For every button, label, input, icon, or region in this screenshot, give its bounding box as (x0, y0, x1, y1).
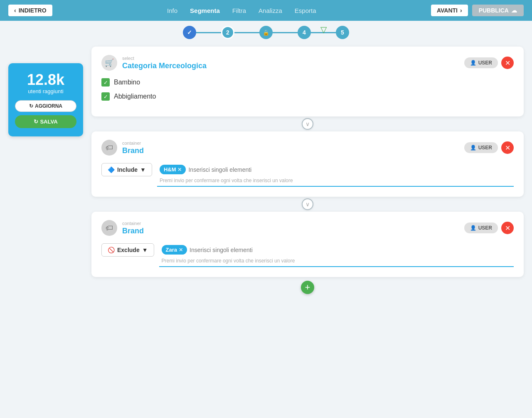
lock-icon: 🔒 (263, 30, 269, 36)
back-label: INDIETRO (19, 7, 47, 14)
tag-hm: H&M ✕ (160, 165, 186, 174)
card-header-left-2: 🏷 container Brand (101, 140, 144, 156)
cloud-icon: ☁ (511, 7, 517, 14)
add-connector: + (91, 277, 524, 298)
connector-1: ∨ (91, 116, 524, 131)
tags-row-include: H&M ✕ (160, 165, 511, 174)
card-brand-include: 🏷 container Brand 👤 USER ✕ 🔷 (91, 131, 524, 197)
pubblica-button[interactable]: PUBBLICA ☁ (472, 5, 524, 16)
cart-icon: 🛒 (101, 55, 117, 71)
tag-hm-remove[interactable]: ✕ (177, 167, 182, 173)
refresh-icon: ↻ (29, 103, 33, 109)
user-button-2[interactable]: 👤 USER (464, 142, 498, 153)
dropdown-arrow-exclude: ▼ (142, 247, 148, 253)
tag-zara-label: Zara (166, 247, 177, 253)
tag-input-include[interactable] (188, 166, 261, 173)
tag-input-exclude[interactable] (190, 247, 262, 253)
card-brand-exclude: 🏷 container Brand 👤 USER ✕ 🚫 (91, 212, 524, 277)
tag-icon-3: 🏷 (101, 220, 117, 236)
nav-step-esporta[interactable]: Esporta (295, 7, 316, 14)
save-refresh-icon: ↻ (34, 119, 38, 125)
filter-row-include: 🔷 Include ▼ H&M ✕ Premi invio per confer… (101, 163, 514, 187)
tag-icon-2: 🏷 (101, 140, 117, 156)
card-header-1: 🛒 select Categoria Merceologica 👤 USER ✕ (101, 55, 514, 71)
back-button[interactable]: ‹ INDIETRO (8, 5, 52, 16)
filter-icon: ▽ (320, 25, 327, 35)
tag-zara: Zara ✕ (162, 245, 187, 255)
connector-2: ∨ (91, 197, 524, 212)
tags-area-exclude: Zara ✕ Premi invio per confermare ogni v… (159, 243, 514, 267)
nav-step-info[interactable]: Info (167, 7, 177, 14)
dropdown-arrow-include: ▼ (140, 166, 146, 173)
salva-label: SALVA (40, 119, 57, 125)
step-5-dot[interactable]: 5 (336, 26, 349, 39)
add-segment-button[interactable]: + (301, 281, 314, 294)
include-label: Include (117, 166, 138, 173)
checkbox-bambino-box[interactable]: ✓ (101, 78, 110, 87)
step-4-dot[interactable]: 4 (298, 26, 311, 39)
card-header-right-3: 👤 USER ✕ (464, 222, 514, 234)
tags-row-exclude: Zara ✕ (162, 245, 511, 255)
close-button-3[interactable]: ✕ (501, 222, 514, 234)
side-card: 12.8k utenti raggiunti ↻ AGGIORNA ↻ SALV… (8, 63, 83, 136)
user-label-3: USER (478, 225, 492, 231)
close-button-2[interactable]: ✕ (501, 141, 514, 154)
hint-text-exclude: Premi invio per confermare ogni volta ch… (162, 258, 511, 264)
top-nav: ‹ INDIETRO Info Segmenta Filtra Analizza… (0, 0, 532, 21)
step-indicator: ✓ 2 🔒 4 ▽ 5 (0, 21, 532, 42)
aggiorna-button[interactable]: ↻ AGGIORNA (15, 100, 76, 112)
aggiorna-label: AGGIORNA (35, 103, 62, 109)
tag-hm-label: H&M (164, 166, 176, 173)
filter-row-exclude: 🚫 Exclude ▼ Zara ✕ Premi invio per confe… (101, 243, 514, 267)
include-button[interactable]: 🔷 Include ▼ (101, 163, 152, 176)
nav-step-analizza[interactable]: Analizza (259, 7, 282, 14)
checkbox-abbigliamento-box[interactable]: ✓ (101, 92, 110, 101)
user-count: 12.8k (15, 72, 76, 88)
user-button-1[interactable]: 👤 USER (464, 57, 498, 68)
step-3-dot[interactable]: 🔒 (259, 26, 273, 39)
nav-step-filtra[interactable]: Filtra (232, 7, 246, 14)
user-button-3[interactable]: 👤 USER (464, 223, 498, 233)
card-header-2: 🏷 container Brand 👤 USER ✕ (101, 140, 514, 156)
plus-icon: + (305, 282, 310, 293)
main-layout: 12.8k utenti raggiunti ↻ AGGIORNA ↻ SALV… (0, 42, 532, 302)
checkbox-abbigliamento: ✓ Abbigliamento (101, 92, 514, 101)
close-button-1[interactable]: ✕ (501, 57, 514, 69)
chevron-down-1: ∨ (302, 118, 313, 130)
include-icon: 🔷 (108, 166, 115, 173)
content-area: 🛒 select Categoria Merceologica 👤 USER ✕… (91, 47, 524, 298)
card-header-right-1: 👤 USER ✕ (464, 57, 514, 69)
user-count-label: utenti raggiunti (15, 88, 76, 94)
avanti-button[interactable]: AVANTI › (431, 5, 468, 16)
card-header-left-3: 🏷 container Brand (101, 220, 144, 236)
card-title-3: Brand (122, 227, 144, 235)
user-icon-3: 👤 (470, 225, 476, 231)
exclude-label: Exclude (117, 247, 140, 253)
nav-step-segmenta[interactable]: Segmenta (190, 7, 220, 14)
avanti-label: AVANTI (437, 7, 458, 14)
step-1-dot[interactable]: ✓ (183, 26, 196, 39)
chevron-down-2: ∨ (302, 198, 313, 210)
step-2-dot[interactable]: 2 (221, 26, 234, 39)
card-header-3: 🏷 container Brand 👤 USER ✕ (101, 220, 514, 236)
card-type-label-1: select (122, 56, 207, 61)
user-icon-1: 👤 (470, 60, 476, 66)
card-header-right-2: 👤 USER ✕ (464, 141, 514, 154)
user-label-1: USER (478, 60, 492, 66)
card-title-2: Brand (122, 146, 144, 155)
user-icon-2: 👤 (470, 145, 476, 151)
exclude-button[interactable]: 🚫 Exclude ▼ (101, 243, 154, 257)
card-type-label-2: container (122, 141, 144, 146)
pubblica-label: PUBBLICA (479, 7, 509, 14)
tags-area-include: H&M ✕ Premi invio per confermare ogni vo… (157, 163, 514, 187)
checkbox-bambino-label: Bambino (114, 79, 140, 86)
hint-text-include: Premi invio per confermare ogni volta ch… (160, 178, 511, 183)
card-type-label-3: container (122, 221, 144, 226)
salva-button[interactable]: ↻ SALVA (15, 115, 76, 128)
card-categoria: 🛒 select Categoria Merceologica 👤 USER ✕… (91, 47, 524, 116)
tag-zara-remove[interactable]: ✕ (179, 247, 183, 253)
card-header-left-1: 🛒 select Categoria Merceologica (101, 55, 207, 71)
card-title-1: Categoria Merceologica (122, 62, 207, 70)
user-label-2: USER (478, 145, 492, 151)
checkbox-bambino: ✓ Bambino (101, 78, 514, 87)
